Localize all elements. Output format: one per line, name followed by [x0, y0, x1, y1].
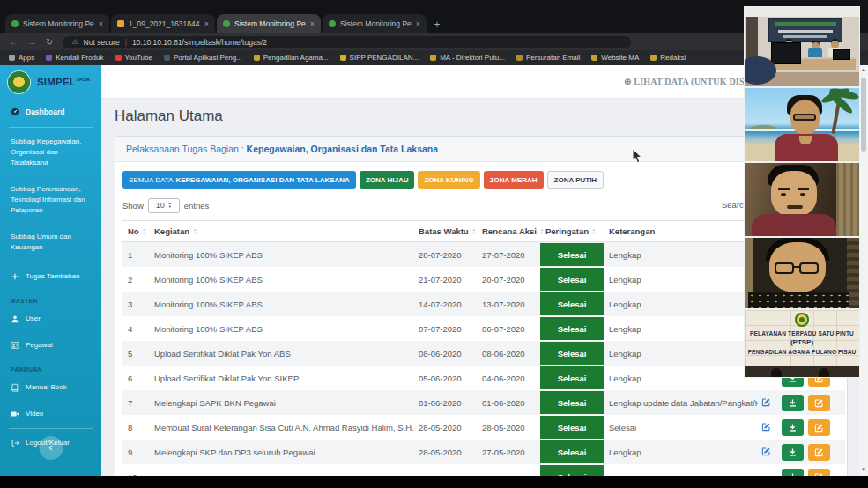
user-icon	[11, 314, 19, 323]
bookmark-label: Portal Aplikasi Peng...	[174, 54, 242, 62]
sort-icon[interactable]: ▲▼	[540, 228, 544, 236]
site-favicon	[11, 20, 19, 27]
tab-close-icon[interactable]: ×	[204, 19, 209, 28]
edit-note-icon[interactable]	[761, 422, 771, 433]
browser-tab[interactable]: 1_09_2021_1631844798.jpg (160×	[111, 14, 215, 33]
cell-batas-waktu-text: 14-07-2020	[419, 299, 462, 309]
sidebar-collapse-button[interactable]: ‹	[39, 436, 63, 460]
scroll-down-icon[interactable]: ▼	[859, 467, 868, 472]
edit-button[interactable]	[808, 444, 830, 461]
sidebar-item-tugas-tambahan[interactable]: Tugas Tambahan	[0, 263, 101, 290]
sort-icon[interactable]: ▲▼	[472, 228, 476, 236]
scrollbar-thumb[interactable]	[861, 78, 866, 152]
sort-icon[interactable]: ▲▼	[592, 228, 596, 236]
download-button[interactable]	[782, 444, 804, 461]
reload-icon[interactable]: ↻	[46, 37, 53, 47]
bookmark-label: SIPP PENGADILAN...	[350, 54, 419, 62]
sidebar-item-subbag-umum-dan-keuangan[interactable]: Subbag Umum dan Keuangan	[0, 224, 101, 261]
tab-title: Sistem Monitoring Pelaksanaan T	[23, 19, 94, 28]
filter-button-zona-kuning[interactable]: ZONA KUNING	[418, 171, 479, 189]
cell-rencana-aksi-text: 01-06-2020	[482, 398, 525, 408]
card-header-division: Kepegawaian, Organisasi dan Tata Laksana	[247, 144, 438, 154]
cell-no-text: 4	[128, 324, 132, 334]
cell-batas-waktu-text: 07-07-2020	[419, 324, 462, 334]
bookmark-item[interactable]: Pengadilan Agama...	[254, 54, 329, 62]
span: ▼	[193, 232, 197, 235]
bookmark-item[interactable]: YouTube	[115, 54, 152, 62]
tab-close-icon[interactable]: ×	[99, 19, 103, 28]
table-row: 7Melengkapi SAPK BKN Pegawai01-06-202001…	[122, 390, 845, 415]
tbody: 1Monitoring 100% SIKEP ABS28-07-202027-0…	[122, 242, 845, 488]
bookmark-item[interactable]: Kendali Produk	[46, 54, 103, 62]
sidebar-item-video[interactable]: Video	[0, 401, 101, 427]
sidebar-item-subbag-perencanaan-teknologi-informasi-dan-pelaporan[interactable]: Subbag Perencanaan, Teknologi Informasi …	[0, 176, 101, 224]
column-header-batas-waktu[interactable]: Batas Waktu▲▼	[413, 221, 477, 242]
edit-button[interactable]	[808, 395, 830, 411]
sidebar-divider	[9, 428, 93, 429]
filter-button-kepegawaian-organisasi-dan-tata-laksana[interactable]: SEMUA DATA KEPEGAWAIAN, ORGANISASI DAN T…	[122, 171, 356, 189]
scroll-up-icon[interactable]: ▲	[859, 67, 868, 72]
bookmark-item[interactable]: Persuratan Email	[516, 54, 580, 62]
not-secure-label: Not secure	[84, 38, 120, 47]
sidebar-item-pegawai[interactable]: Pegawai	[0, 332, 101, 359]
video-tile-meeting-room[interactable]	[745, 7, 859, 86]
cell-rencana-aksi-text: 27-05-2020	[482, 447, 525, 457]
cell-no: 9	[122, 440, 149, 464]
cell-kegiatan-text: Melengkapi SAPK BKN Pegawai	[154, 398, 276, 408]
browser-tab[interactable]: Sistem Monitoring Pelaksanaan T×	[323, 14, 427, 33]
page-size-select[interactable]: 10 ▲▼	[148, 198, 180, 213]
cell-rencana-aksi-text: 04-06-2020	[482, 373, 525, 383]
forward-icon[interactable]: →	[27, 37, 36, 47]
edit-note-icon[interactable]	[761, 397, 771, 409]
edit-button[interactable]	[808, 419, 830, 436]
glasses	[793, 114, 816, 121]
filter-button-zona-merah[interactable]: ZONA MERAH	[484, 171, 544, 189]
url-field[interactable]: ⚠ Not secure | 10.10.10.10:81/simpeltask…	[63, 36, 631, 48]
span: ▼	[540, 232, 544, 235]
svg	[814, 398, 824, 408]
svg	[814, 447, 824, 457]
column-header-no[interactable]: No▲▼	[122, 221, 149, 242]
browser-tab[interactable]: Sistem Monitoring Pelaksanaan×	[217, 14, 321, 33]
download-button[interactable]	[782, 419, 804, 436]
sidebar-logo[interactable]: SIMPELTASK	[0, 65, 101, 99]
column-header-rencana-aksi[interactable]: Rencana Aksi▲▼	[477, 221, 540, 242]
sidebar-item-manual-book[interactable]: Manual Book	[0, 374, 101, 401]
video-tile-participant-home[interactable]	[745, 163, 859, 236]
download-button[interactable]	[782, 395, 804, 411]
filter-button-zona-hijau[interactable]: ZONA HIJAU	[360, 171, 415, 189]
bookmark-item[interactable]: SIPP PENGADILAN...	[340, 54, 419, 62]
video-tile-participant-beach[interactable]	[745, 88, 859, 161]
sidebar-item-user[interactable]: User	[0, 306, 101, 332]
sidebar-item-dashboard[interactable]: Dashboard	[0, 99, 101, 126]
back-icon[interactable]: ←	[9, 37, 18, 47]
new-tab-button[interactable]: +	[428, 16, 446, 33]
filter-button-zona-putih[interactable]: ZONA PUTIH	[547, 171, 605, 189]
tab-close-icon[interactable]: ×	[416, 19, 420, 28]
bookmark-item[interactable]: Website MA	[591, 54, 639, 62]
sort-icon[interactable]: ▲▼	[143, 228, 146, 236]
row-actions	[782, 444, 840, 461]
bookmark-item[interactable]: MA - Direktori Putu...	[430, 54, 505, 62]
cell-peringatan: Selesai	[540, 390, 604, 415]
bookmark-item[interactable]: Portal Aplikasi Peng...	[164, 54, 242, 62]
show-label: Show	[122, 201, 144, 211]
person-face	[771, 171, 817, 217]
sidebar-item-subbag-kepegawaian-organisasi-dan-tatalaksana[interactable]: Subbag Kepegawaian, Organisasi dan Tatal…	[0, 129, 101, 176]
filter-label: KEPEGAWAIAN, ORGANISASI DAN TATA LAKSANA	[175, 176, 349, 184]
keterangan-text: Lengkap	[609, 447, 641, 457]
video-tile-participant-closeup[interactable]	[745, 238, 859, 308]
edit-note-icon[interactable]	[761, 447, 771, 458]
sort-icon[interactable]: ▲▼	[193, 228, 197, 236]
column-header-kegiatan[interactable]: Kegiatan▲▼	[149, 221, 413, 242]
bookmark-item[interactable]: Redaksi	[650, 54, 686, 62]
person-neck	[799, 136, 812, 144]
browser-tab[interactable]: Sistem Monitoring Pelaksanaan T×	[5, 14, 109, 33]
column-header-peringatan[interactable]: Peringatan▲▼	[540, 221, 604, 242]
tab-close-icon[interactable]: ×	[310, 19, 315, 28]
app-window: SIMPELTASK DashboardSubbag Kepegawaian, …	[0, 65, 868, 476]
video-tile-ptsp-banner[interactable]: PELAYANAN TERPADU SATU PINTU (PTSP) PENG…	[745, 310, 859, 377]
page-scrollbar[interactable]: ▲ ▼	[859, 65, 868, 476]
bookmark-item[interactable]: Apps	[9, 54, 34, 62]
cell-peringatan: Selesai	[540, 267, 604, 292]
